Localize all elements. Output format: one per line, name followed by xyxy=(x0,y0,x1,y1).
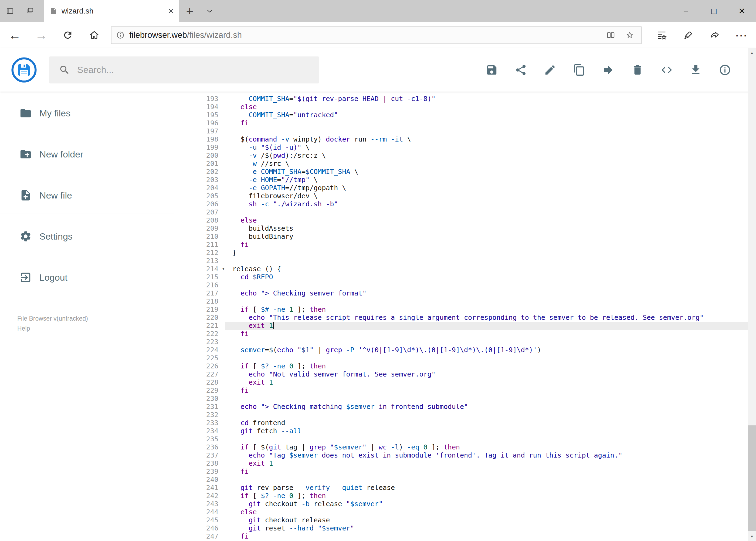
window-minimize-button[interactable]: − xyxy=(672,0,700,22)
scroll-down-button[interactable]: ▼ xyxy=(748,532,756,541)
address-bar[interactable]: filebrowser.web/files/wizard.sh xyxy=(111,26,641,44)
code-line[interactable]: cd frontend xyxy=(225,419,756,427)
code-line[interactable]: git reset --hard "$semver" xyxy=(225,524,756,532)
code-line[interactable]: if [ $? -ne 0 ]; then xyxy=(225,362,756,370)
line-number[interactable]: 212 xyxy=(174,249,225,257)
code-line[interactable]: COMMIT_SHA="untracked" xyxy=(225,111,756,119)
line-number[interactable]: 226 xyxy=(174,362,225,370)
code-line[interactable]: sh -c "./wizard.sh -b" xyxy=(225,200,756,208)
save-button[interactable] xyxy=(486,64,498,76)
line-number[interactable]: 230 xyxy=(174,395,225,403)
code-line[interactable]: echo "> Checking matching $semver in fro… xyxy=(225,403,756,411)
code-line[interactable]: ​ xyxy=(225,435,756,443)
line-number[interactable]: 196 xyxy=(174,119,225,127)
set-tabs-aside-button[interactable] xyxy=(0,0,20,22)
code-line[interactable]: git checkout release xyxy=(225,516,756,524)
line-number[interactable]: 241 xyxy=(174,484,225,492)
more-options-button[interactable]: ⋯ xyxy=(728,22,754,48)
web-note-button[interactable] xyxy=(675,22,701,48)
code-line[interactable]: else xyxy=(225,103,756,111)
line-number[interactable]: 242 xyxy=(174,492,225,500)
line-number[interactable]: 202 xyxy=(174,168,225,176)
line-number[interactable]: 237 xyxy=(174,451,225,459)
sidebar-item-my-files[interactable]: My files xyxy=(0,102,174,124)
line-number[interactable]: 205 xyxy=(174,192,225,200)
code-line[interactable]: if [ $# -ne 1 ]; then xyxy=(225,305,756,313)
line-number[interactable]: 209 xyxy=(174,225,225,233)
line-number[interactable]: 193 xyxy=(174,95,225,103)
code-line[interactable]: ​ xyxy=(225,395,756,403)
line-number[interactable]: 246 xyxy=(174,524,225,532)
line-number[interactable]: 238 xyxy=(174,459,225,467)
line-number[interactable]: 224 xyxy=(174,346,225,354)
code-line[interactable]: COMMIT_SHA="$(git rev-parse HEAD | cut -… xyxy=(225,95,756,103)
tab-close-icon[interactable]: ✕ xyxy=(168,8,174,15)
code-line[interactable]: -e COMMIT_SHA=$COMMIT_SHA \ xyxy=(225,168,756,176)
line-number[interactable]: 197 xyxy=(174,127,225,135)
line-number[interactable]: 229 xyxy=(174,386,225,395)
line-number[interactable]: 225 xyxy=(174,354,225,362)
line-number[interactable]: 208 xyxy=(174,216,225,225)
code-line[interactable]: else xyxy=(225,508,756,516)
forward-button[interactable]: → xyxy=(28,22,55,48)
code-line[interactable]: ​ xyxy=(225,476,756,484)
code-line[interactable]: } xyxy=(225,249,756,257)
code-line[interactable]: if [ $(git tag | grep "$semver" | wc -l)… xyxy=(225,443,756,451)
code-line[interactable]: semver=$(echo "$1" | grep -P '^v(0|[1-9]… xyxy=(225,346,756,354)
sidebar-item-settings[interactable]: Settings xyxy=(0,226,174,247)
code-line[interactable]: echo "This release script requires a sin… xyxy=(225,313,756,322)
line-number[interactable]: 220 xyxy=(174,313,225,322)
code-line[interactable]: exit 1 xyxy=(225,322,756,330)
share-button[interactable] xyxy=(701,22,728,48)
line-number[interactable]: 236 xyxy=(174,443,225,451)
add-favorite-button[interactable] xyxy=(623,31,637,40)
search-bar[interactable] xyxy=(49,56,319,84)
code-line[interactable]: fi xyxy=(225,330,756,338)
line-number[interactable]: 214▾ xyxy=(174,265,225,273)
sidebar-item-logout[interactable]: Logout xyxy=(0,267,174,288)
sidebar-item-new-folder[interactable]: New folder xyxy=(0,144,174,165)
code-line[interactable]: ​ xyxy=(225,338,756,346)
download-button[interactable] xyxy=(690,64,702,76)
line-number[interactable]: 216 xyxy=(174,281,225,289)
code-line[interactable]: cd $REPO xyxy=(225,273,756,281)
reading-view-button[interactable] xyxy=(604,31,618,40)
tab-preview-toggle[interactable] xyxy=(200,0,219,22)
line-number[interactable]: 234 xyxy=(174,427,225,435)
line-number[interactable]: 198 xyxy=(174,135,225,144)
line-number[interactable]: 219 xyxy=(174,305,225,313)
line-number[interactable]: 233 xyxy=(174,419,225,427)
edit-button[interactable] xyxy=(544,64,556,76)
line-number[interactable]: 239 xyxy=(174,467,225,476)
line-number[interactable]: 211 xyxy=(174,241,225,249)
line-number[interactable]: 207 xyxy=(174,208,225,216)
line-number[interactable]: 245 xyxy=(174,516,225,524)
line-number[interactable]: 218 xyxy=(174,297,225,305)
code-line[interactable]: ​ xyxy=(225,354,756,362)
info-button[interactable] xyxy=(719,64,731,76)
code-line[interactable]: echo "Tag $semver does not exist in subm… xyxy=(225,451,756,459)
code-line[interactable]: -e HOME="//tmp" \ xyxy=(225,176,756,184)
code-line[interactable]: -v /$(pwd):/src:z \ xyxy=(225,152,756,160)
code-line[interactable]: exit 1 xyxy=(225,459,756,467)
line-number[interactable]: 203 xyxy=(174,176,225,184)
move-button[interactable] xyxy=(602,64,615,76)
line-number[interactable]: 232 xyxy=(174,411,225,419)
delete-button[interactable] xyxy=(631,64,644,76)
sidebar-item-new-file[interactable]: New file xyxy=(0,185,174,206)
line-number[interactable]: 210 xyxy=(174,233,225,241)
line-number[interactable]: 223 xyxy=(174,338,225,346)
code-line[interactable]: git checkout -b release "$semver" xyxy=(225,500,756,508)
code-line[interactable]: git fetch --all xyxy=(225,427,756,435)
code-line[interactable]: fi xyxy=(225,467,756,476)
code-line[interactable]: -w //src \ xyxy=(225,160,756,168)
browser-tab[interactable]: wizard.sh ✕ xyxy=(44,0,179,22)
code-line[interactable]: echo "Not valid semver format. See semve… xyxy=(225,370,756,378)
copy-button[interactable] xyxy=(573,64,586,76)
code-line[interactable]: $(command -v winpty) docker run --rm -it… xyxy=(225,135,756,144)
line-number[interactable]: 201 xyxy=(174,160,225,168)
site-info-icon[interactable] xyxy=(116,31,125,40)
code-line[interactable]: fi xyxy=(225,532,756,540)
line-number[interactable]: 227 xyxy=(174,370,225,378)
code-line[interactable]: ​ xyxy=(225,411,756,419)
